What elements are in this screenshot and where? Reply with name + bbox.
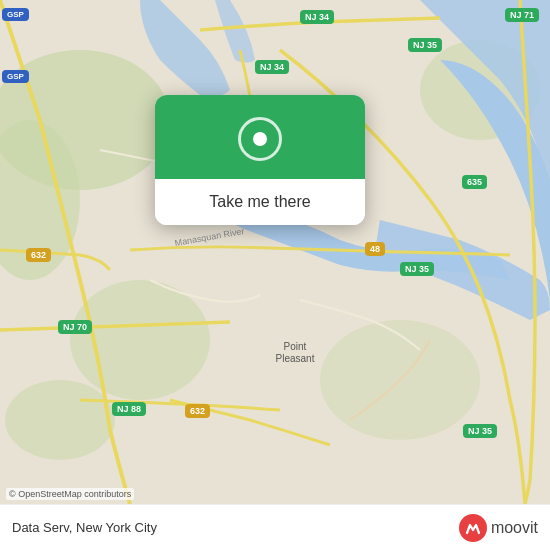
badge-nj35-right: NJ 35 (400, 262, 434, 276)
svg-text:Pleasant: Pleasant (276, 353, 315, 364)
badge-635: 635 (462, 175, 487, 189)
badge-nj88: NJ 88 (112, 402, 146, 416)
badge-gsp-2: GSP (2, 70, 29, 83)
map-attribution: © OpenStreetMap contributors (6, 488, 134, 500)
svg-point-5 (5, 380, 115, 460)
badge-gsp-1: GSP (2, 8, 29, 21)
badge-nj34-mid: NJ 34 (255, 60, 289, 74)
popup-card: Take me there (155, 95, 365, 225)
badge-nj34-top: NJ 34 (300, 10, 334, 24)
bottom-bar: Data Serv, New York City moovit (0, 504, 550, 550)
badge-nj35-top: NJ 35 (408, 38, 442, 52)
badge-632-bottom: 632 (185, 404, 210, 418)
badge-48: 48 (365, 242, 385, 256)
location-text: Data Serv, New York City (12, 520, 459, 535)
badge-nj71: NJ 71 (505, 8, 539, 22)
badge-632-left: 632 (26, 248, 51, 262)
map-container[interactable]: Point Pleasant Manasquan River GSP GSP N… (0, 0, 550, 550)
moovit-logo: moovit (459, 514, 538, 542)
svg-text:Point: Point (284, 341, 307, 352)
badge-nj70: NJ 70 (58, 320, 92, 334)
moovit-text: moovit (491, 519, 538, 537)
pin-inner (253, 132, 267, 146)
badge-nj35-bottom: NJ 35 (463, 424, 497, 438)
svg-point-4 (70, 280, 210, 400)
take-me-there-button[interactable]: Take me there (155, 179, 365, 225)
moovit-icon (459, 514, 487, 542)
button-label: Take me there (209, 193, 310, 211)
pin-outer (238, 117, 282, 161)
popup-header (155, 95, 365, 179)
location-pin (238, 117, 282, 161)
